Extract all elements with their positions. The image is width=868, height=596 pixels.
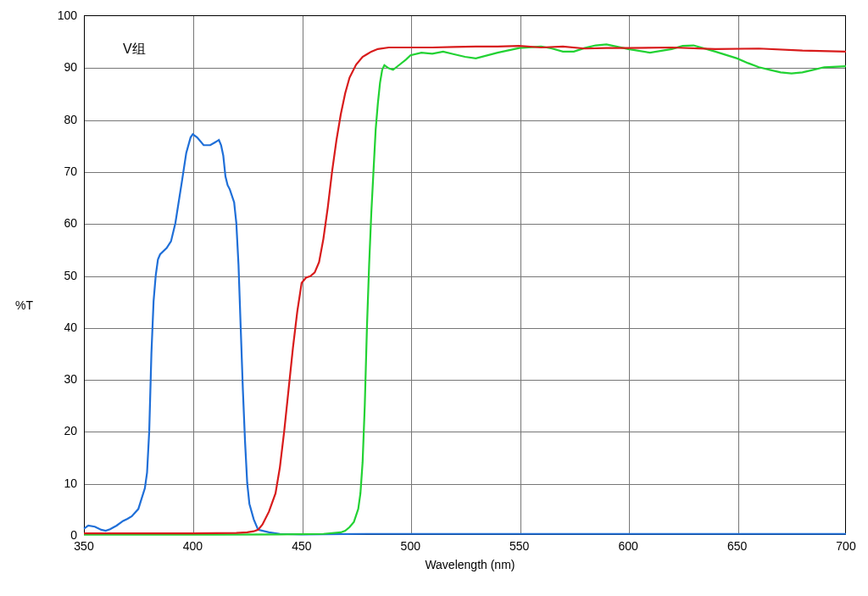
y-tick-label: 30: [43, 372, 77, 386]
y-tick-label: 40: [43, 320, 77, 334]
transmittance-chart: 350400450500550600650700 010203040506070…: [0, 0, 868, 596]
series-green: [84, 44, 846, 534]
series-lines: [84, 15, 846, 535]
x-tick-label: 500: [401, 539, 420, 553]
x-tick-label: 400: [183, 539, 203, 553]
series-red: [84, 46, 846, 533]
x-tick-label: 650: [727, 539, 747, 553]
y-tick-label: 50: [43, 269, 77, 282]
series-blue: [84, 134, 846, 534]
y-tick-label: 0: [43, 528, 77, 542]
x-tick-label: 550: [509, 539, 529, 553]
y-tick-label: 60: [43, 216, 77, 230]
x-tick-label: 600: [618, 539, 637, 553]
x-tick-label: 450: [292, 539, 311, 553]
x-tick-label: 700: [836, 539, 855, 553]
y-tick-label: 70: [43, 164, 77, 178]
y-tick-label: 100: [43, 8, 77, 22]
legend-label: V组: [123, 41, 146, 58]
y-tick-label: 80: [43, 113, 77, 126]
y-tick-label: 20: [43, 424, 77, 437]
y-axis-label: %T: [15, 298, 33, 312]
y-tick-label: 90: [43, 60, 77, 74]
y-tick-label: 10: [43, 476, 77, 490]
x-axis-label: Wavelength (nm): [425, 558, 515, 571]
